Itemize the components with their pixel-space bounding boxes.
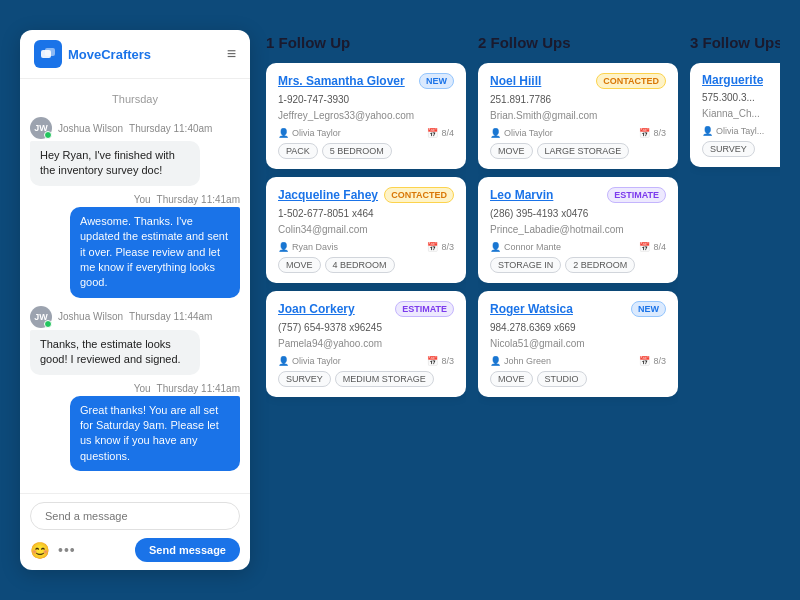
card-tags: MOVESTUDIO — [490, 371, 666, 387]
message-time: Thursday 11:41am — [157, 194, 240, 205]
message-sender: You — [134, 194, 151, 205]
person-icon: 👤 — [278, 128, 289, 138]
message-bubble: Great thanks! You are all set for Saturd… — [70, 396, 240, 472]
card-date: 📅 8/4 — [639, 242, 666, 252]
calendar-icon: 📅 — [639, 356, 650, 366]
chat-actions: 😊 ••• Send message — [30, 538, 240, 562]
card-tag: 4 BEDROOM — [325, 257, 395, 273]
card-tag: MOVE — [490, 371, 533, 387]
contact-phone: 251.891.7786 — [490, 94, 666, 105]
contact-phone: 575.300.3... — [702, 92, 780, 103]
contact-card: Mrs. Samantha GloverNEW1-920-747-3930Jef… — [266, 63, 466, 169]
contact-email: Prince_Labadie@hotmail.com — [490, 224, 666, 235]
message-input[interactable] — [30, 502, 240, 530]
card-date: 📅 8/3 — [427, 242, 454, 252]
date-divider: Thursday — [30, 93, 240, 105]
card-footer: 👤 Olivia Taylor📅 8/4 — [278, 128, 454, 138]
column-header: 2 Follow Ups — [478, 30, 678, 55]
card-agent: 👤 Ryan Davis — [278, 242, 338, 252]
message-bubble: Hey Ryan, I've finished with the invento… — [30, 141, 200, 186]
chat-logo: MoveCrafters — [34, 40, 151, 68]
send-message-button[interactable]: Send message — [135, 538, 240, 562]
card-tag: 5 BEDROOM — [322, 143, 392, 159]
menu-icon[interactable]: ≡ — [227, 45, 236, 63]
card-footer: 👤 Olivia Tayl...📅 8/3 — [702, 126, 780, 136]
person-icon: 👤 — [490, 356, 501, 366]
status-badge: CONTACTED — [384, 187, 454, 203]
emoji-button[interactable]: 😊 — [30, 541, 50, 560]
card-date: 📅 8/3 — [427, 356, 454, 366]
card-top: Jacqueline FaheyCONTACTED — [278, 187, 454, 203]
contact-email: Pamela94@yahoo.com — [278, 338, 454, 349]
card-tag: LARGE STORAGE — [537, 143, 630, 159]
app-name: MoveCrafters — [68, 47, 151, 62]
message-row: You Thursday 11:41am Awesome. Thanks. I'… — [30, 194, 240, 298]
kanban-column-col1: 1 Follow UpMrs. Samantha GloverNEW1-920-… — [266, 30, 466, 570]
card-tag: SURVEY — [702, 141, 755, 157]
contact-name[interactable]: Roger Watsica — [490, 302, 573, 316]
kanban-column-col2: 2 Follow UpsNoel HiillCONTACTED251.891.7… — [478, 30, 678, 570]
card-agent: 👤 Olivia Taylor — [278, 128, 341, 138]
calendar-icon: 📅 — [639, 242, 650, 252]
card-tag: STUDIO — [537, 371, 587, 387]
status-badge: ESTIMATE — [607, 187, 666, 203]
card-footer: 👤 Olivia Taylor📅 8/3 — [490, 128, 666, 138]
person-icon: 👤 — [702, 126, 713, 136]
contact-name[interactable]: Marguerite — [702, 73, 763, 87]
message-row: You Thursday 11:41am Great thanks! You a… — [30, 383, 240, 472]
contact-phone: 1-920-747-3930 — [278, 94, 454, 105]
contact-name[interactable]: Mrs. Samantha Glover — [278, 74, 405, 88]
message-meta: JW Joshua Wilson Thursday 11:44am — [30, 306, 212, 328]
contact-name[interactable]: Leo Marvin — [490, 188, 553, 202]
card-tags: STORAGE IN2 BEDROOM — [490, 257, 666, 273]
message-time: Thursday 11:44am — [129, 311, 212, 322]
person-icon: 👤 — [278, 242, 289, 252]
app-logo-icon — [34, 40, 62, 68]
contact-card: Roger WatsicaNEW984.278.6369 x669Nicola5… — [478, 291, 678, 397]
more-options-button[interactable]: ••• — [58, 542, 76, 558]
contact-email: Brian.Smith@gmail.com — [490, 110, 666, 121]
message-time: Thursday 11:40am — [129, 123, 212, 134]
contact-email: Jeffrey_Legros33@yahoo.com — [278, 110, 454, 121]
avatar: JW — [30, 117, 52, 139]
card-agent: 👤 Olivia Taylor — [278, 356, 341, 366]
status-badge: ESTIMATE — [395, 301, 454, 317]
card-agent: 👤 Olivia Tayl... — [702, 126, 764, 136]
kanban-container: 1 Follow UpMrs. Samantha GloverNEW1-920-… — [266, 30, 780, 570]
contact-name[interactable]: Noel Hiill — [490, 74, 541, 88]
card-top: Noel HiillCONTACTED — [490, 73, 666, 89]
status-badge: NEW — [419, 73, 454, 89]
message-bubble: Awesome. Thanks. I've updated the estima… — [70, 207, 240, 298]
contact-card: Jacqueline FaheyCONTACTED1-502-677-8051 … — [266, 177, 466, 283]
card-top: Mrs. Samantha GloverNEW — [278, 73, 454, 89]
card-tags: MOVELARGE STORAGE — [490, 143, 666, 159]
contact-card: Joan CorkeryESTIMATE(757) 654-9378 x9624… — [266, 291, 466, 397]
message-meta: You Thursday 11:41am — [134, 194, 240, 205]
message-sender: Joshua Wilson — [58, 311, 123, 322]
card-tag: MOVE — [278, 257, 321, 273]
message-row: JW Joshua Wilson Thursday 11:40am Hey Ry… — [30, 117, 240, 186]
column-header: 1 Follow Up — [266, 30, 466, 55]
card-agent: 👤 Olivia Taylor — [490, 128, 553, 138]
contact-name[interactable]: Joan Corkery — [278, 302, 355, 316]
contact-name[interactable]: Jacqueline Fahey — [278, 188, 378, 202]
message-sender: Joshua Wilson — [58, 123, 123, 134]
message-time: Thursday 11:41am — [157, 383, 240, 394]
card-tags: PACK5 BEDROOM — [278, 143, 454, 159]
card-tags: SURVEYMEDIUM STORAGE — [278, 371, 454, 387]
card-date: 📅 8/3 — [639, 128, 666, 138]
person-icon: 👤 — [490, 242, 501, 252]
message-row: JW Joshua Wilson Thursday 11:44am Thanks… — [30, 306, 240, 375]
kanban-column-col3: 3 Follow UpsMarguerite575.300.3...Kianna… — [690, 30, 780, 570]
card-date: 📅 8/3 — [639, 356, 666, 366]
calendar-icon: 📅 — [639, 128, 650, 138]
chat-header: MoveCrafters ≡ — [20, 30, 250, 79]
card-tags: MOVE4 BEDROOM — [278, 257, 454, 273]
contact-card: Leo MarvinESTIMATE(286) 395-4193 x0476Pr… — [478, 177, 678, 283]
card-tag: SURVEY — [278, 371, 331, 387]
card-tag: MEDIUM STORAGE — [335, 371, 434, 387]
column-header: 3 Follow Ups — [690, 30, 780, 55]
card-footer: 👤 John Green📅 8/3 — [490, 356, 666, 366]
card-agent: 👤 Connor Mante — [490, 242, 561, 252]
svg-rect-1 — [45, 48, 55, 56]
